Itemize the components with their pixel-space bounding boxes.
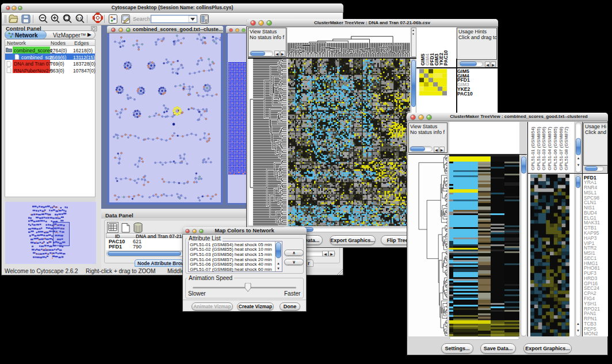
svg-text:Search:: Search: xyxy=(133,16,152,22)
svg-text:1:1: 1:1 xyxy=(77,17,82,20)
